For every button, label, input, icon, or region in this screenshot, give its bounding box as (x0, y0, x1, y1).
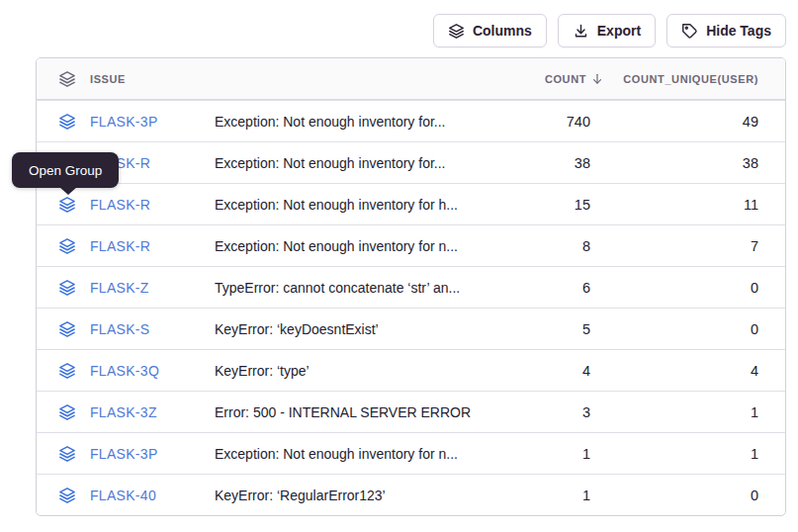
columns-button-label: Columns (473, 23, 532, 39)
layers-icon[interactable] (58, 320, 76, 338)
columns-button[interactable]: Columns (433, 14, 547, 47)
issues-table: ISSUE COUNT COUNT_UNIQUE(USER) FLASK-3P … (36, 57, 786, 516)
issue-title: KeyError: ‘keyDoesntExist’ (215, 321, 509, 337)
hide-tags-button[interactable]: Hide Tags (666, 14, 786, 47)
layers-icon (448, 23, 465, 40)
layers-icon[interactable] (58, 403, 76, 421)
table-row: FLASK-3Q KeyError: ‘type’ 4 4 (37, 349, 785, 391)
count-value: 15 (509, 197, 604, 213)
layers-icon[interactable] (58, 113, 76, 131)
count-column-header[interactable]: COUNT (509, 72, 604, 86)
issue-title: Exception: Not enough inventory for... (215, 155, 509, 171)
issue-title: Exception: Not enough inventory for h... (215, 197, 509, 213)
issue-link[interactable]: FLASK-3Q (90, 363, 159, 379)
issue-title: KeyError: ‘type’ (215, 363, 509, 379)
count-unique-value: 0 (604, 321, 785, 337)
issue-link[interactable]: FLASK-R (90, 197, 150, 213)
export-button-label: Export (597, 23, 641, 39)
count-value: 1 (509, 446, 604, 462)
count-value: 6 (509, 280, 604, 296)
issue-link[interactable]: FLASK-S (90, 321, 149, 337)
issue-link[interactable]: FLASK-Z (90, 280, 149, 296)
issue-title: TypeError: cannot concatenate ‘str’ an..… (215, 280, 509, 296)
issue-link[interactable]: FLASK-3P (90, 114, 158, 130)
issue-title: Exception: Not enough inventory for n... (215, 446, 509, 462)
download-icon (573, 23, 589, 40)
count-unique-value: 0 (604, 280, 785, 296)
issue-link[interactable]: FLASK-3P (90, 446, 158, 462)
layers-icon[interactable] (58, 445, 76, 463)
count-value: 8 (509, 238, 604, 254)
open-group-tooltip: Open Group (12, 152, 119, 188)
table-row: FLASK-Z TypeError: cannot concatenate ‘s… (37, 266, 785, 308)
tooltip-label: Open Group (29, 163, 102, 178)
count-unique-value: 1 (604, 404, 785, 420)
sort-descending-icon (590, 72, 604, 86)
layers-icon[interactable] (58, 279, 76, 297)
table-row: FLASK-3Z Error: 500 - INTERNAL SERVER ER… (37, 391, 785, 432)
count-value: 38 (509, 155, 604, 171)
layers-icon[interactable] (58, 487, 76, 504)
table-row: FLASK-40 KeyError: ‘RegularError123’ 1 0 (37, 474, 785, 515)
count-unique-value: 49 (604, 114, 785, 130)
count-unique-value: 38 (604, 155, 785, 171)
issue-link[interactable]: FLASK-40 (90, 488, 156, 503)
table-row: FLASK-R Exception: Not enough inventory … (37, 224, 785, 266)
count-value: 4 (509, 363, 604, 379)
issue-link[interactable]: FLASK-R (90, 238, 150, 254)
count-value: 1 (509, 488, 604, 503)
tooltip-caret (59, 187, 77, 195)
count-value: 5 (509, 321, 604, 337)
table-row: FLASK-3P Exception: Not enough inventory… (37, 432, 785, 474)
layers-icon[interactable] (58, 362, 76, 380)
issue-column-label: ISSUE (90, 73, 126, 85)
issue-title: Exception: Not enough inventory for... (215, 114, 509, 130)
count-unique-column-label: COUNT_UNIQUE(USER) (623, 73, 758, 85)
table-row: FLASK-R Exception: Not enough inventory … (37, 141, 785, 183)
hide-tags-button-label: Hide Tags (706, 23, 771, 39)
layers-icon[interactable] (58, 196, 76, 214)
count-unique-value: 4 (604, 363, 785, 379)
count-column-label: COUNT (545, 73, 586, 85)
issue-column-header: ISSUE (37, 70, 215, 88)
issue-title: KeyError: ‘RegularError123’ (215, 488, 509, 503)
table-row: FLASK-R Exception: Not enough inventory … (37, 183, 785, 224)
count-unique-value: 7 (604, 238, 785, 254)
count-unique-column-header[interactable]: COUNT_UNIQUE(USER) (604, 73, 785, 85)
issue-title: Error: 500 - INTERNAL SERVER ERROR (215, 404, 509, 420)
count-unique-value: 0 (604, 488, 785, 503)
count-unique-value: 1 (604, 446, 785, 462)
issue-title: Exception: Not enough inventory for n... (215, 238, 509, 254)
toolbar: Columns Export Hide Tags (433, 14, 786, 47)
export-button[interactable]: Export (558, 14, 656, 47)
layers-icon (58, 70, 76, 88)
count-value: 740 (509, 114, 604, 130)
issue-link[interactable]: FLASK-3Z (90, 404, 157, 420)
layers-icon[interactable] (58, 237, 76, 255)
table-row: FLASK-S KeyError: ‘keyDoesntExist’ 5 0 (37, 308, 785, 349)
count-value: 3 (509, 404, 604, 420)
table-header-row: ISSUE COUNT COUNT_UNIQUE(USER) (37, 58, 785, 100)
count-unique-value: 11 (604, 197, 785, 213)
tag-icon (681, 23, 698, 40)
table-row: FLASK-3P Exception: Not enough inventory… (37, 100, 785, 141)
